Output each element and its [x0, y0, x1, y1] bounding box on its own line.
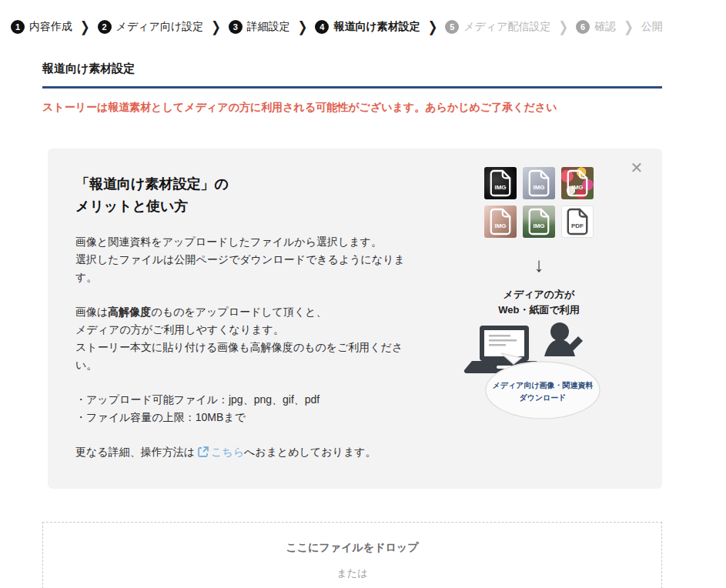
details-link[interactable]: こちら	[211, 446, 244, 458]
highlighted-text: 高解像度	[108, 306, 151, 318]
stepper-step-7: 公開	[641, 20, 663, 34]
stepper-step-4-current[interactable]: 4 報道向け素材設定	[315, 20, 420, 34]
pdf-thumbnail: PDF	[561, 205, 594, 238]
img-file-icon-label: IMG	[533, 222, 544, 229]
close-icon[interactable]: ✕	[628, 159, 645, 176]
step-number-badge: 2	[98, 20, 112, 34]
img-file-icon-label: IMG	[494, 222, 506, 229]
external-link-icon	[198, 445, 209, 463]
img-file-icon-label: IMG	[533, 184, 544, 191]
caption-line2: Web・紙面で利用	[498, 304, 580, 316]
dropzone-hint: ここにファイルをドロップ	[43, 541, 661, 555]
page-title: 報道向け素材設定	[42, 62, 662, 89]
step-label: 内容作成	[29, 20, 72, 34]
info-card-title-line1: 「報道向け素材設定」の	[75, 176, 229, 192]
step-label: メディア向け設定	[116, 20, 204, 34]
stepper-step-5: 5 メディア配信設定	[445, 20, 550, 34]
img-file-icon-label: IMG	[494, 184, 506, 191]
file-dropzone[interactable]: ここにファイルをドロップ または アップロードファイルを選択	[42, 522, 662, 588]
step-number-badge: 1	[11, 20, 25, 34]
chevron-right-icon: ❯	[80, 18, 90, 36]
info-paragraph-1: 画像と関連資料をアップロードしたファイルから選択します。 選択したファイルは公開…	[75, 233, 422, 286]
chevron-right-icon: ❯	[211, 18, 221, 36]
text-line: 選択したファイルは公開ページでダウンロードできるようになります。	[75, 253, 405, 283]
step-label: 確認	[594, 20, 616, 34]
info-footer: 更なる詳細、操作方法はこちらへおまとめしております。	[75, 443, 422, 463]
image-thumbnail-desk: IMG	[484, 205, 517, 238]
info-card-illustration-column: IMG IMG IMG IMG IMG PDF ↓	[434, 167, 644, 463]
step-label: 詳細設定	[247, 20, 290, 34]
stepper-step-6: 6 確認	[576, 20, 616, 34]
chevron-right-icon: ❯	[428, 18, 438, 36]
step-label: 公開	[641, 20, 663, 34]
text-line: 更なる詳細、操作方法は	[75, 446, 195, 458]
text-line: 画像は	[75, 306, 108, 318]
image-thumbnail-flowers: IMG	[561, 167, 594, 199]
step-number-badge: 3	[229, 20, 243, 34]
img-file-icon-label: IMG	[571, 184, 583, 191]
text-line: メディアの方がご利用しやすくなります。	[75, 323, 284, 336]
stepper-step-2[interactable]: 2 メディア向け設定	[98, 20, 204, 34]
down-arrow-icon: ↓	[534, 255, 544, 275]
info-paragraph-2: 画像は高解像度のものをアップロードして頂くと、 メディアの方がご利用しやすくなり…	[75, 303, 422, 374]
text-line: 画像と関連資料をアップロードしたファイルから選択します。	[75, 236, 382, 248]
step-label: 報道向け素材設定	[333, 20, 420, 34]
step-label: メディア配信設定	[463, 20, 550, 34]
text-line: のものをアップロードして頂くと、	[151, 306, 326, 318]
chevron-right-icon: ❯	[559, 18, 569, 36]
text-line: ストーリー本文に貼り付ける画像も高解像度のものをご利用ください。	[75, 341, 403, 371]
main-content: 報道向け素材設定 ストーリーは報道素材としてメディアの方に利用される可能性がござ…	[42, 62, 662, 588]
info-card: ✕ 「報道向け素材設定」の メリットと使い方 画像と関連資料をアップロードしたフ…	[48, 149, 662, 489]
bubble-text-line1: メディア向け画像・関連資料	[492, 381, 593, 390]
info-card-title: 「報道向け素材設定」の メリットと使い方	[75, 173, 422, 218]
chevron-right-icon: ❯	[298, 18, 308, 36]
progress-stepper: 1 内容作成 ❯ 2 メディア向け設定 ❯ 3 詳細設定 ❯ 4 報道向け素材設…	[0, 0, 726, 34]
info-card-title-line2: メリットと使い方	[75, 199, 189, 214]
chevron-right-icon: ❯	[624, 18, 634, 36]
bullet-upload-types: ・アップロード可能ファイル：jpg、png、gif、pdf	[75, 393, 320, 406]
stepper-step-3[interactable]: 3 詳細設定	[229, 20, 290, 34]
dropzone-or-text: または	[43, 566, 661, 580]
image-thumbnail-window: IMG	[523, 167, 555, 199]
notice-text: ストーリーは報道素材としてメディアの方に利用される可能性がございます。あらかじめ…	[42, 101, 662, 115]
stepper-step-1[interactable]: 1 内容作成	[11, 20, 72, 34]
image-thumbnail-field: IMG	[523, 205, 555, 238]
step-number-badge: 5	[445, 20, 459, 34]
bullet-size-limit: ・ファイル容量の上限：10MBまで	[75, 411, 246, 423]
journalist-icon	[544, 322, 583, 356]
step-number-badge: 6	[576, 20, 590, 34]
caption-line1: メディアの方が	[504, 289, 575, 300]
info-bullet-list: ・アップロード可能ファイル：jpg、png、gif、pdf ・ファイル容量の上限…	[75, 391, 422, 426]
step-number-badge: 4	[315, 20, 329, 34]
text-line: へおまとめしております。	[244, 446, 376, 458]
pdf-file-icon-label: PDF	[571, 222, 584, 229]
image-thumbnail-dark: IMG	[484, 167, 517, 199]
illustration-caption: メディアの方が Web・紙面で利用	[498, 287, 580, 318]
media-usage-illustration: メディア向け画像・関連資料 ダウンロード	[458, 321, 620, 423]
info-card-text-column: 「報道向け素材設定」の メリットと使い方 画像と関連資料をアップロードしたファイ…	[75, 167, 434, 463]
bubble-text-line2: ダウンロード	[519, 393, 566, 402]
file-thumbnail-grid: IMG IMG IMG IMG IMG PDF	[484, 167, 594, 238]
